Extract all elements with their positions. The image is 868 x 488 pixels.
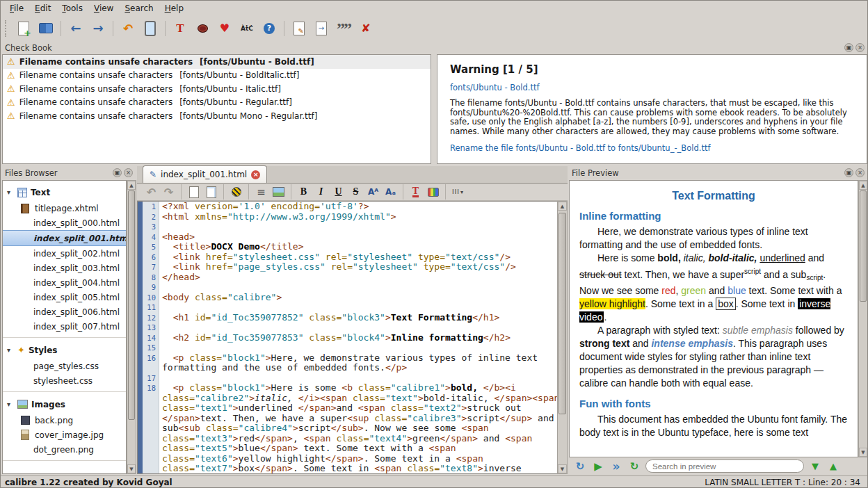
open-book-icon[interactable] [36,19,56,38]
code-text[interactable]: </head> [159,273,567,283]
donate-icon[interactable]: ♥ [215,19,234,38]
file-item[interactable]: index_split_007.html [3,319,126,334]
saved-searches-icon[interactable] [186,185,202,200]
run-preview-icon[interactable]: ▶ [591,459,605,473]
warning-row[interactable]: ⚠Filename contains unsafe characters[fon… [3,55,431,69]
remove-unused-css-icon[interactable]: ✘ [356,19,376,38]
menu-search[interactable]: Search [120,2,158,15]
text-style-icon[interactable]: ≡ [253,185,269,200]
code-text[interactable]: <?xml version='1.0' encoding='utf-8'?> [159,202,567,212]
insert-file-icon[interactable] [203,185,219,200]
back-icon[interactable]: ← [66,19,86,38]
file-item[interactable]: index_split_004.html [3,275,126,290]
help-icon[interactable]: ? [259,19,279,38]
float-dock-icon[interactable]: ▣ [113,168,122,177]
file-item[interactable]: index_split_002.html [3,246,126,261]
scroll-up-icon[interactable]: ▲ [127,181,136,190]
file-item[interactable]: cover_image.jpg [3,428,126,442]
code-text[interactable] [159,302,567,313]
file-item[interactable]: index_split_001.html [3,230,126,246]
expander-icon[interactable]: ▾ [7,346,14,354]
text-color-button[interactable]: T [408,185,424,200]
scroll-up-icon[interactable]: ▲ [558,202,567,211]
italic-button[interactable]: I [313,185,329,200]
scroll-down-icon[interactable]: ▼ [859,448,867,457]
warning-row[interactable]: ⚠Filename contains unsafe characters[fon… [3,82,431,96]
warning-fix-link[interactable]: Rename the file fonts/Ubuntu - Bold.ttf … [450,143,854,153]
beautify-icon[interactable] [228,185,244,200]
bold-button[interactable]: B [296,185,312,200]
file-item[interactable]: index_split_005.html [3,290,126,304]
warning-row[interactable]: ⚠Filename contains unsafe characters[fon… [3,109,431,123]
code-text[interactable]: <html xmlns="http://www.w3.org/1999/xhtm… [159,212,567,222]
code-text[interactable] [159,373,567,384]
warning-file-link[interactable]: fonts/Ubuntu - Bold.ttf [450,83,854,92]
file-item[interactable]: stylesheet.css [3,373,126,388]
menu-tools[interactable]: Tools [57,2,88,15]
warning-row[interactable]: ⚠Filename contains unsafe characters[fon… [3,69,431,83]
find-next-icon[interactable]: ▼ [808,459,822,473]
scroll-down-icon[interactable]: ▼ [558,464,567,473]
file-item[interactable]: back.png [3,413,126,428]
editor-scrollbar[interactable]: ▲ ▼ [557,201,568,474]
code-text[interactable] [159,282,567,293]
scrollbar-thumb[interactable] [558,213,566,414]
code-text[interactable]: <p class="block1">Here, we demonstrate v… [159,353,567,373]
file-item[interactable]: index_split_006.html [3,304,126,319]
undo-checkpoint-icon[interactable]: ↶ [118,19,138,38]
code-editor[interactable]: 1<?xml version='1.0' encoding='utf-8'?>2… [137,201,568,474]
close-dock-icon[interactable]: × [855,168,865,177]
file-item[interactable]: dot_green.png [3,442,126,457]
refresh-preview-icon[interactable]: ↻ [627,459,641,473]
smarten-punctuation-icon[interactable]: ”” [334,19,353,38]
menu-help[interactable]: Help [160,2,188,15]
new-file-icon[interactable] [14,19,33,38]
code-text[interactable]: <link href="page_styles.css" rel="styles… [159,262,567,273]
tab-index-split-001[interactable]: ✎ index_split_001.html × [143,165,267,183]
close-dock-icon[interactable]: × [855,43,865,52]
section-styles[interactable]: ▾✦Styles [3,341,126,359]
menu-file[interactable]: File [5,2,29,15]
auto-reload-icon[interactable]: ↻ [573,459,587,473]
section-text[interactable]: ▾Text [3,184,126,201]
undo-icon[interactable]: ↶ [143,185,159,200]
code-text[interactable]: <title>DOCX Demo</title> [159,242,567,252]
redo-icon[interactable]: ↷ [161,185,177,200]
expander-icon[interactable]: ▾ [7,188,14,196]
file-item[interactable]: titlepage.xhtml [3,201,126,215]
edit-toc-icon[interactable]: T [170,19,190,38]
device-view-icon[interactable] [140,19,160,38]
warning-row[interactable]: ⚠Filename contains unsafe characters[fon… [3,96,431,110]
superscript-button[interactable]: Aᴬ [365,185,381,200]
file-item[interactable]: index_split_000.html [3,215,126,230]
check-book-icon[interactable] [193,19,212,38]
preview-scrollbar[interactable]: ▲ ▼ [858,180,868,457]
file-item[interactable]: index_split_003.html [3,261,126,275]
files-browser-scrollbar[interactable]: ▲ ▼ [127,180,136,474]
code-text[interactable] [159,222,567,232]
forward-icon[interactable]: → [88,19,108,38]
float-dock-icon[interactable]: ▣ [844,43,853,52]
create-file-icon[interactable]: ✎ [289,19,309,38]
section-images[interactable]: ▾Images [3,396,126,413]
code-text[interactable]: <head> [159,232,567,243]
menu-edit[interactable]: Edit [30,2,56,15]
strikethrough-button[interactable]: S [348,185,364,200]
browse-file-icon[interactable]: → [312,19,331,38]
underline-button[interactable]: U [330,185,346,200]
file-item[interactable]: page_styles.css [3,359,126,373]
scroll-down-icon[interactable]: ▼ [127,464,136,473]
preview-search-input[interactable] [645,459,804,473]
scrollbar-thumb[interactable] [860,190,867,302]
scrollbar-thumb[interactable] [128,190,135,420]
insert-image-icon[interactable] [271,185,287,200]
subscript-button[interactable]: Aₐ [383,185,399,200]
code-text[interactable]: <p class="block1">Here is some <b class=… [159,383,567,473]
code-text[interactable]: <h2 id="id_Toc359077853" class="block4">… [159,333,567,343]
code-text[interactable] [159,343,567,353]
menu-view[interactable]: View [89,2,118,15]
open-in-viewer-icon[interactable]: » [609,459,623,473]
find-previous-icon[interactable]: ▲ [826,459,840,473]
close-dock-icon[interactable]: × [124,168,133,177]
code-text[interactable]: <body class="calibre"> [159,293,567,303]
